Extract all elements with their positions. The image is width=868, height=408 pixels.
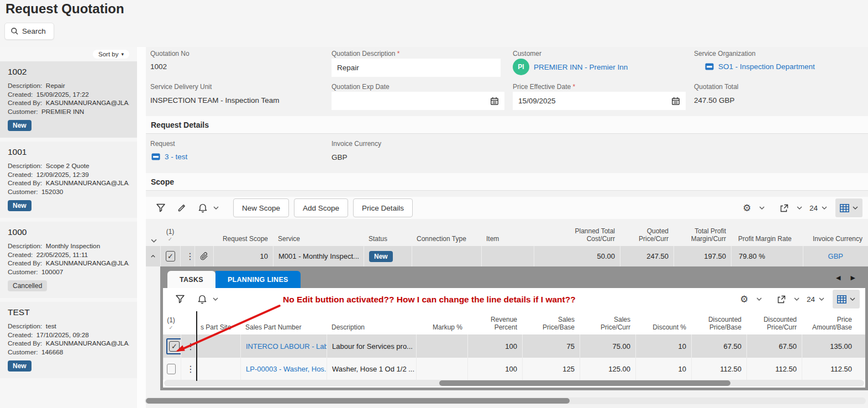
cell-total-profit: 197.50 [674,246,731,266]
export-icon[interactable] [774,291,790,307]
invoice-currency-link[interactable]: GBP [828,252,843,260]
col-header-total-profit[interactable]: Total Profit Margin/Curr [674,227,731,243]
calendar-icon[interactable] [490,97,499,106]
scroll-right-arrow-icon[interactable]: ▶ [851,274,855,281]
list-item-quotation-test[interactable]: TEST Description: test Created: 17/10/20… [0,302,137,378]
chevron-down-icon[interactable] [820,200,829,216]
scrollbar-thumb[interactable] [146,398,570,404]
chevron-down-icon[interactable] [755,291,764,307]
page-horizontal-scrollbar[interactable] [145,397,866,404]
select-all-tick-icon[interactable]: ✓ [169,324,173,331]
col-header-item[interactable]: Item [481,235,534,243]
page-size-dropdown[interactable]: 24 [807,295,815,304]
collapse-all-icon[interactable] [146,239,160,243]
settings-gear-icon[interactable]: ⚙ [739,200,755,216]
grid-view-icon [837,295,846,304]
settings-gear-icon[interactable]: ⚙ [736,291,753,307]
card-label: Description: [8,82,42,90]
planning-line-row[interactable]: ⋮ LP-00003 - Washer, Hos... Washer, Hose… [163,358,865,380]
sales-part-link[interactable]: LP-00003 - Washer, Hos... [246,365,327,373]
col-header-discounted-price-base[interactable]: Discounted Price/Base [691,316,746,331]
col-header-request-scope[interactable]: Request Scope [213,235,273,243]
select-all-tick-icon[interactable]: ✓ [168,236,172,243]
list-item-quotation-1001[interactable]: 1001 Description: Scope 2 Quote Created:… [0,142,137,218]
annotation-text: No Edit buttion activated?? How I can ch… [283,295,576,305]
add-scope-button[interactable]: Add Scope [294,198,348,217]
collapse-row-icon[interactable] [146,246,160,266]
view-mode-grid-button[interactable] [833,290,860,308]
planning-lines-horizontal-scrollbar[interactable] [164,380,864,386]
col-header-profit-margin-rate[interactable]: Profit Margin Rate [731,235,803,243]
sort-by-dropdown[interactable]: Sort by ▾ [93,50,129,59]
chevron-down-icon[interactable] [795,200,804,216]
col-header-connection-type[interactable]: Connection Type [412,235,481,243]
request-link[interactable]: 3 - test [165,153,187,161]
list-item-quotation-1002[interactable]: 1002 Description: Repair Created: 15/09/… [0,61,137,138]
filter-icon[interactable] [172,291,188,307]
edit-icon[interactable] [173,200,190,216]
col-header-sales-part-number[interactable]: Sales Part Number [240,323,327,331]
request-label: Request [150,140,175,148]
col-header-quoted-price[interactable]: Quoted Price/Curr [620,227,674,243]
page-size-dropdown[interactable]: 24 [809,204,818,212]
price-details-button[interactable]: Price Details [353,198,413,217]
card-created-by: KASUNMANURANGA@JLA.C [46,179,129,187]
row-menu-kebab-icon[interactable]: ⋮ [186,251,194,261]
chevron-down-icon[interactable] [757,200,766,216]
quotation-exp-date-input[interactable] [332,92,504,110]
cell-discounted-price-curr: 112.50 [746,358,802,380]
row-checkbox[interactable] [167,364,176,374]
col-header-sales-price-curr[interactable]: Sales Price/Curr [580,316,635,331]
sidebar-divider [137,47,146,408]
row-menu-kebab-icon[interactable]: ⋮ [186,341,195,352]
col-header-service[interactable]: Service [273,235,364,243]
chevron-down-icon[interactable] [211,200,221,216]
cell-service: M001 - Monthly Inspect... [273,246,364,266]
card-description: Scope 2 Quote [46,162,90,170]
new-scope-button[interactable]: New Scope [233,198,289,217]
bell-icon[interactable] [194,200,211,216]
chevron-down-icon[interactable] [211,291,220,307]
tab-planning-lines[interactable]: PLANNING LINES [215,271,301,288]
scrollbar-thumb[interactable] [439,380,730,386]
focused-checkbox-ring: ✓ [166,338,181,354]
col-header-discount[interactable]: Discount % [635,323,691,331]
col-header-revenue-percent[interactable]: Revenue Percent [467,316,522,331]
col-header-sales-price-base[interactable]: Sales Price/Base [522,316,580,331]
col-header-sales-part-site[interactable]: s Part Site [196,323,240,331]
col-header-description[interactable]: Description [327,323,416,331]
cell-sales-price-base: 75 [522,334,580,358]
sales-part-link[interactable]: INTERCO LABOUR - Lab... [246,342,327,351]
col-header-markup[interactable]: Markup % [416,323,467,331]
scroll-left-arrow-icon[interactable]: ◀ [836,274,840,281]
row-checkbox[interactable]: ✓ [166,251,175,261]
planning-line-row[interactable]: ✓ ⋮ INTERCO LABOUR - Lab... Labour for S… [163,334,865,358]
list-item-quotation-1000[interactable]: 1000 Description: Monthly Inspection Cre… [0,222,137,298]
bell-icon[interactable] [194,291,211,307]
export-icon[interactable] [776,200,793,216]
view-mode-grid-button[interactable] [835,198,862,217]
scope-section-title: Scope [146,173,868,191]
search-button[interactable]: Search [4,23,54,40]
price-effective-date-input[interactable]: 15/09/2025 [513,92,686,110]
request-value: 3 - test [151,153,187,161]
col-header-planned-total[interactable]: Planned Total Cost/Curr [534,227,620,243]
col-header-price-amount-base[interactable]: Price Amount/Base [802,316,857,331]
col-header-status[interactable]: Status [364,235,412,243]
quotation-description-input[interactable]: Repair [332,59,501,77]
col-header-invoice-currency[interactable]: Invoice Currency [803,235,868,243]
attachment-paperclip-icon[interactable] [194,246,213,266]
customer-link[interactable]: PREMIER INN - Premier Inn [534,63,628,71]
chevron-down-icon[interactable] [792,291,801,307]
filter-icon[interactable] [152,200,169,216]
tab-tasks[interactable]: TASKS [167,271,215,288]
row-checkbox[interactable]: ✓ [169,341,180,352]
chevron-down-icon[interactable] [817,291,826,307]
search-icon [10,27,19,35]
scope-table-row[interactable]: ✓ ⋮ 10 M001 - Monthly Inspect... New 50.… [146,246,868,266]
col-header-discounted-price-curr[interactable]: Discounted Price/Curr [746,316,802,331]
calendar-icon[interactable] [671,97,680,106]
row-menu-kebab-icon[interactable]: ⋮ [186,364,195,374]
service-organization-link[interactable]: SO1 - Inspection Department [718,62,815,71]
search-button-label: Search [22,27,46,35]
